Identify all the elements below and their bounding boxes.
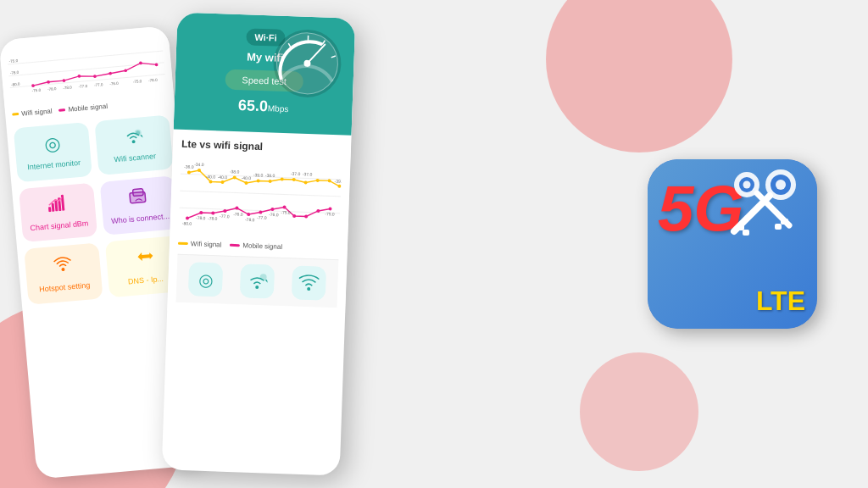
svg-rect-110 (781, 219, 788, 225)
center-chart-legend: Wifi signal Mobile signal (178, 240, 339, 253)
svg-point-6 (31, 84, 35, 87)
lte-text: LTE (756, 286, 805, 317)
bg-shape-2 (546, 0, 732, 152)
bottom-icons-row: ◎ (176, 254, 339, 308)
svg-text:-78.0: -78.0 (245, 217, 255, 222)
bottom-wifi-tools[interactable] (291, 265, 326, 300)
wifi-legend-label: Wifi signal (21, 108, 53, 118)
svg-rect-28 (52, 202, 55, 211)
svg-text:-37.0: -37.0 (291, 171, 301, 176)
svg-point-10 (93, 75, 97, 78)
svg-point-59 (316, 179, 320, 182)
internet-monitor-item[interactable]: ◎ Internet monitor (14, 122, 92, 182)
svg-text:-75.0: -75.0 (8, 58, 18, 64)
section-title: Lte vs wifi signal (181, 138, 342, 156)
svg-text:-77.0: -77.0 (94, 82, 103, 87)
svg-text:-76.0: -76.0 (109, 81, 119, 86)
svg-point-73 (186, 216, 189, 219)
svg-text:-78.0: -78.0 (10, 70, 19, 75)
svg-point-14 (155, 63, 159, 66)
svg-text:-75.0: -75.0 (325, 211, 335, 216)
svg-text:-37.0: -37.0 (303, 171, 313, 176)
svg-point-74 (199, 211, 203, 214)
wifi-scanner-item[interactable]: Wifi scanner (94, 115, 173, 175)
svg-text:-75.0: -75.0 (281, 209, 291, 214)
hotspot-item[interactable]: Hotspot setting (24, 243, 103, 305)
svg-text:-76.0: -76.0 (233, 211, 243, 216)
wifi-legend-dot (12, 113, 19, 116)
svg-text:-78.0: -78.0 (47, 86, 57, 92)
phones-container: -75.0 -78.0 -80.0 -75.0 -78.0 -78.0 -77.… (17, 0, 348, 488)
mobile-legend-label: Mobile signal (68, 103, 108, 114)
svg-point-57 (292, 178, 296, 181)
svg-text:-39.0: -39.0 (253, 172, 264, 177)
internet-monitor-icon: ◎ (43, 133, 61, 157)
chart-signal-item[interactable]: Chart signal dBm (19, 182, 97, 242)
bottom-wifi-tools-icon (291, 265, 326, 300)
dns-ip-icon (134, 247, 154, 272)
svg-text:-80.0: -80.0 (11, 82, 20, 87)
svg-point-54 (257, 179, 260, 182)
svg-text:-36.0: -36.0 (184, 164, 194, 169)
center-wifi-legend-label: Wifi signal (191, 240, 222, 248)
svg-point-97 (259, 274, 266, 280)
internet-monitor-label: Internet monitor (27, 158, 81, 173)
speed-unit: Mbps (268, 103, 289, 114)
svg-point-56 (281, 177, 284, 180)
center-wifi-legend: Wifi signal (178, 240, 222, 249)
svg-point-102 (776, 180, 786, 190)
svg-line-98 (265, 280, 267, 282)
bottom-internet-icon: ◎ (188, 262, 223, 297)
hotspot-icon (53, 254, 73, 280)
bottom-internet-monitor[interactable]: ◎ (188, 262, 223, 297)
svg-point-80 (270, 208, 274, 211)
svg-text:-40.0: -40.0 (218, 175, 228, 180)
svg-text:-34.0: -34.0 (194, 162, 204, 167)
svg-rect-27 (48, 207, 52, 212)
bottom-wifi-scanner[interactable] (240, 263, 275, 298)
center-phone-body: Lte vs wifi signal (167, 129, 351, 316)
who-connected-item[interactable]: Who is connect... (100, 175, 179, 236)
speed-number: 65.0 (238, 97, 269, 114)
dns-ip-label: DNS - Ip... (128, 274, 164, 287)
svg-point-85 (328, 207, 331, 210)
svg-point-96 (255, 286, 259, 289)
hotspot-label: Hotspot setting (39, 281, 91, 296)
svg-text:-40.0: -40.0 (206, 174, 216, 179)
svg-point-58 (303, 180, 307, 184)
wifi-scanner-label: Wifi scanner (114, 152, 156, 165)
chart-signal-icon (47, 193, 69, 217)
svg-text:-39.0: -39.0 (335, 179, 342, 184)
who-connected-label: Who is connect... (111, 212, 170, 227)
chart-signal-label: Chart signal dBm (30, 219, 89, 234)
center-mobile-legend: Mobile signal (230, 241, 282, 251)
svg-point-9 (77, 75, 81, 78)
svg-line-26 (141, 135, 143, 137)
svg-text:-78.0: -78.0 (196, 215, 206, 220)
svg-text:-77.0: -77.0 (220, 214, 230, 219)
svg-text:-76.0: -76.0 (269, 212, 279, 217)
svg-rect-111 (775, 224, 782, 230)
svg-point-36 (61, 268, 64, 271)
svg-text:-78.0: -78.0 (148, 78, 158, 83)
svg-text:-77.0: -77.0 (257, 214, 267, 219)
who-connected-icon (127, 186, 149, 210)
svg-point-79 (259, 210, 262, 214)
svg-point-11 (108, 72, 112, 75)
svg-point-7 (47, 80, 50, 84)
svg-point-75 (211, 212, 214, 215)
svg-text:-78.0: -78.0 (63, 85, 72, 90)
monitor-icon: ◎ (198, 269, 214, 291)
svg-point-23 (131, 140, 135, 143)
center-phone-header: Wi·Fi My wifi Speed test 65.0Mbps (174, 13, 356, 136)
wifi-scanner-icon (123, 125, 143, 149)
phone-center: Wi·Fi My wifi Speed test 65.0Mbps Lte vs… (162, 13, 356, 476)
mobile-legend-dot (58, 108, 65, 112)
svg-point-51 (220, 180, 224, 184)
mobile-legend: Mobile signal (58, 103, 108, 114)
svg-text:-77.0: -77.0 (78, 84, 87, 89)
svg-text:-78.0: -78.0 (208, 215, 218, 220)
speedometer (268, 24, 347, 103)
svg-rect-29 (54, 200, 58, 211)
key-icon (717, 164, 810, 248)
